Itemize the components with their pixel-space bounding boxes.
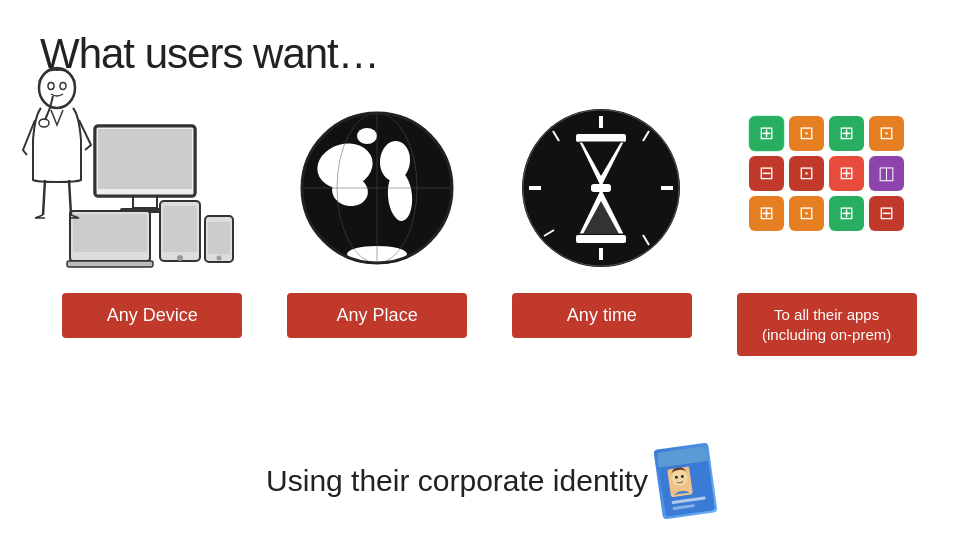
svg-text:⊞: ⊞	[839, 163, 854, 183]
svg-point-2	[60, 83, 66, 90]
bottom-section: Using their corporate identity	[0, 446, 979, 516]
svg-text:⊞: ⊞	[839, 203, 854, 223]
slide: What users want…	[0, 0, 979, 551]
svg-point-21	[357, 128, 377, 144]
time-label-button[interactable]: Any time	[512, 293, 692, 338]
device-label-button[interactable]: Any Device	[62, 293, 242, 338]
apps-icon-area: ⊞ ⊡ ⊞ ⊡ ⊟ ⊡ ⊞	[737, 98, 917, 278]
svg-rect-41	[591, 184, 611, 192]
clock-icon-area	[512, 98, 692, 278]
svg-rect-40	[576, 235, 626, 243]
svg-point-1	[48, 83, 54, 90]
svg-text:⊞: ⊞	[839, 123, 854, 143]
svg-text:⊡: ⊡	[879, 123, 894, 143]
svg-rect-16	[208, 222, 230, 254]
svg-text:⊟: ⊟	[759, 163, 774, 183]
svg-text:⊡: ⊡	[799, 203, 814, 223]
svg-rect-13	[163, 206, 197, 252]
svg-text:⊞: ⊞	[759, 203, 774, 223]
svg-point-17	[216, 255, 221, 260]
svg-point-14	[177, 255, 183, 261]
slide-title: What users want…	[40, 30, 939, 78]
svg-text:⊞: ⊞	[759, 123, 774, 143]
svg-rect-6	[98, 129, 192, 189]
svg-rect-39	[576, 134, 626, 142]
bottom-text-label: Using their corporate identity	[266, 464, 648, 498]
place-label-button[interactable]: Any Place	[287, 293, 467, 338]
svg-text:⊟: ⊟	[879, 203, 894, 223]
content-columns: Any Device	[40, 98, 939, 356]
time-column: Any time	[490, 98, 715, 338]
svg-point-3	[39, 119, 49, 127]
apps-label-button[interactable]: To all their apps (including on-prem)	[737, 293, 917, 356]
svg-rect-7	[133, 196, 157, 208]
person-illustration	[15, 60, 100, 224]
svg-rect-11	[67, 261, 153, 267]
svg-text:⊡: ⊡	[799, 123, 814, 143]
place-column: Any Place	[265, 98, 490, 338]
svg-text:◫: ◫	[878, 163, 895, 183]
id-card-illustration	[653, 443, 717, 520]
svg-text:⊡: ⊡	[799, 163, 814, 183]
apps-column: ⊞ ⊡ ⊞ ⊡ ⊟ ⊡ ⊞	[714, 98, 939, 356]
globe-icon-area	[287, 98, 467, 278]
